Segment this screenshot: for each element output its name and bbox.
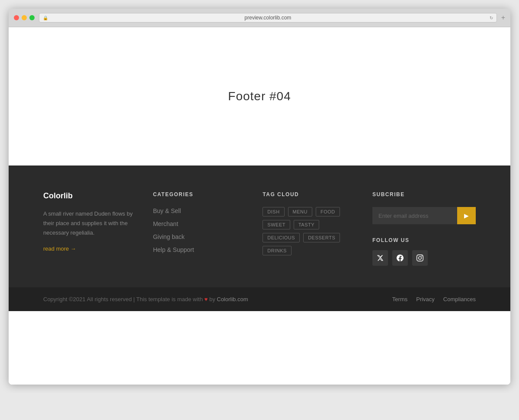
list-item: Help & Support bbox=[153, 246, 246, 254]
copyright-text: Copyright ©2021 All rights reserved | Th… bbox=[43, 296, 248, 302]
tag-sweet[interactable]: SWEET bbox=[263, 220, 290, 229]
footer-tags-column: TAG CLOUD DISH MENU FOOD SWEET TASTY DEL… bbox=[263, 191, 355, 266]
address-bar[interactable]: 🔒 preview.colorlib.com ↻ bbox=[39, 13, 497, 22]
subscribe-title: SUBCRIBE bbox=[372, 191, 476, 197]
tag-menu[interactable]: MENU bbox=[288, 207, 312, 216]
url-text: preview.colorlib.com bbox=[244, 15, 291, 21]
instagram-icon[interactable] bbox=[412, 250, 428, 266]
footer-bottom: Copyright ©2021 All rights reserved | Th… bbox=[9, 287, 510, 311]
privacy-link[interactable]: Privacy bbox=[416, 296, 435, 302]
brand-name: Colorlib bbox=[43, 191, 136, 200]
footer-grid: Colorlib A small river named Duden flows… bbox=[43, 191, 476, 266]
list-item: Merchant bbox=[153, 220, 246, 228]
compliances-link[interactable]: Compliances bbox=[443, 296, 476, 302]
footer-subscribe-column: SUBCRIBE ▶ FOLLOW US bbox=[372, 191, 476, 266]
tag-dish[interactable]: DISH bbox=[263, 207, 284, 216]
email-input[interactable] bbox=[372, 207, 457, 224]
read-more-link[interactable]: read more → bbox=[43, 245, 76, 252]
footer-categories-column: CATEGORIES Buy & Sell Merchant Giving ba… bbox=[153, 191, 246, 266]
lock-icon: 🔒 bbox=[43, 16, 48, 20]
social-icons bbox=[372, 250, 476, 266]
tag-tasty[interactable]: TASTY bbox=[294, 220, 319, 229]
new-tab-button[interactable]: + bbox=[501, 14, 505, 22]
category-link-help-support[interactable]: Help & Support bbox=[153, 246, 194, 253]
refresh-icon[interactable]: ↻ bbox=[490, 16, 493, 20]
tag-cloud: DISH MENU FOOD SWEET TASTY DELICIOUS DES… bbox=[263, 207, 355, 255]
categories-title: CATEGORIES bbox=[153, 191, 246, 197]
copyright-by: by bbox=[209, 296, 217, 302]
category-link-buy-sell[interactable]: Buy & Sell bbox=[153, 207, 181, 214]
tag-food[interactable]: FOOD bbox=[316, 207, 340, 216]
tag-drinks[interactable]: DRINKS bbox=[263, 246, 292, 255]
below-footer bbox=[9, 311, 510, 385]
tag-delicious[interactable]: DELICIOUS bbox=[263, 233, 300, 242]
copyright-label: Copyright ©2021 All rights reserved | Th… bbox=[43, 296, 205, 302]
main-area: Footer #04 bbox=[9, 27, 510, 165]
facebook-icon[interactable] bbox=[392, 250, 408, 266]
subscribe-form: ▶ bbox=[372, 207, 476, 224]
categories-list: Buy & Sell Merchant Giving back Help & S… bbox=[153, 207, 246, 254]
list-item: Buy & Sell bbox=[153, 207, 246, 215]
minimize-button[interactable] bbox=[22, 15, 27, 20]
category-link-giving-back[interactable]: Giving back bbox=[153, 233, 185, 240]
maximize-button[interactable] bbox=[29, 15, 35, 20]
footer-legal-links: Terms Privacy Compliances bbox=[392, 296, 476, 302]
subscribe-button[interactable]: ▶ bbox=[457, 207, 476, 224]
footer-brand-column: Colorlib A small river named Duden flows… bbox=[43, 191, 136, 266]
footer-main: Colorlib A small river named Duden flows… bbox=[9, 165, 510, 287]
list-item: Giving back bbox=[153, 233, 246, 241]
twitter-icon[interactable] bbox=[372, 250, 388, 266]
category-link-merchant[interactable]: Merchant bbox=[153, 220, 178, 227]
browser-titlebar: 🔒 preview.colorlib.com ↻ + bbox=[9, 9, 510, 27]
terms-link[interactable]: Terms bbox=[392, 296, 407, 302]
close-button[interactable] bbox=[14, 15, 19, 20]
page-content: Footer #04 Colorlib A small river named … bbox=[9, 27, 510, 385]
heart-icon: ♥ bbox=[205, 296, 208, 302]
send-icon: ▶ bbox=[464, 212, 469, 219]
tag-desserts[interactable]: DESSERTS bbox=[303, 233, 340, 242]
tag-cloud-title: TAG CLOUD bbox=[263, 191, 355, 197]
brand-description: A small river named Duden flows by their… bbox=[43, 209, 136, 238]
page-title: Footer #04 bbox=[228, 89, 291, 103]
follow-title: FOLLOW US bbox=[372, 237, 476, 243]
colorlib-link[interactable]: Colorlib.com bbox=[217, 296, 248, 302]
traffic-lights bbox=[14, 15, 35, 20]
browser-window: 🔒 preview.colorlib.com ↻ + Footer #04 Co… bbox=[9, 9, 510, 385]
